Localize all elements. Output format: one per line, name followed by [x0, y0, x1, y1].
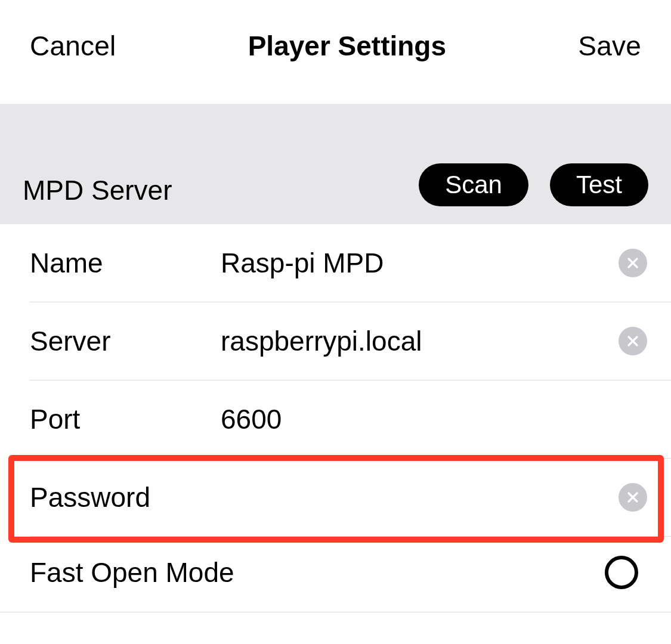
clear-icon: [619, 327, 647, 355]
password-container: Password: [0, 459, 671, 537]
scan-button[interactable]: Scan: [419, 163, 528, 206]
port-label: Port: [30, 403, 221, 435]
clear-icon: [619, 483, 647, 512]
password-input[interactable]: [221, 481, 619, 513]
port-input[interactable]: [221, 403, 647, 435]
save-button[interactable]: Save: [578, 30, 641, 62]
name-input[interactable]: [221, 247, 619, 279]
fast-open-label: Fast Open Mode: [30, 556, 234, 589]
page-title: Player Settings: [248, 30, 446, 62]
server-label: Server: [30, 325, 221, 357]
cancel-button[interactable]: Cancel: [30, 30, 116, 62]
name-label: Name: [30, 247, 221, 279]
server-input[interactable]: [221, 325, 619, 357]
name-row: Name: [30, 224, 671, 302]
port-row: Port: [30, 380, 671, 459]
clear-name-button[interactable]: [619, 249, 647, 277]
clear-server-button[interactable]: [619, 327, 647, 355]
nav-bar: Cancel Player Settings Save: [0, 0, 671, 104]
clear-password-button[interactable]: [619, 483, 647, 512]
clear-icon: [619, 249, 647, 277]
fast-open-toggle[interactable]: [605, 556, 638, 589]
fast-open-row: Fast Open Mode: [0, 537, 671, 612]
section-buttons: Scan Test: [419, 163, 648, 206]
password-row: Password: [30, 459, 671, 537]
x-icon: [626, 256, 639, 270]
test-button[interactable]: Test: [550, 163, 648, 206]
x-icon: [626, 335, 639, 348]
server-row: Server: [30, 302, 671, 380]
x-icon: [626, 491, 639, 504]
section-header: MPD Server Scan Test: [0, 104, 671, 224]
password-label: Password: [30, 481, 221, 513]
section-title: MPD Server: [23, 174, 172, 206]
